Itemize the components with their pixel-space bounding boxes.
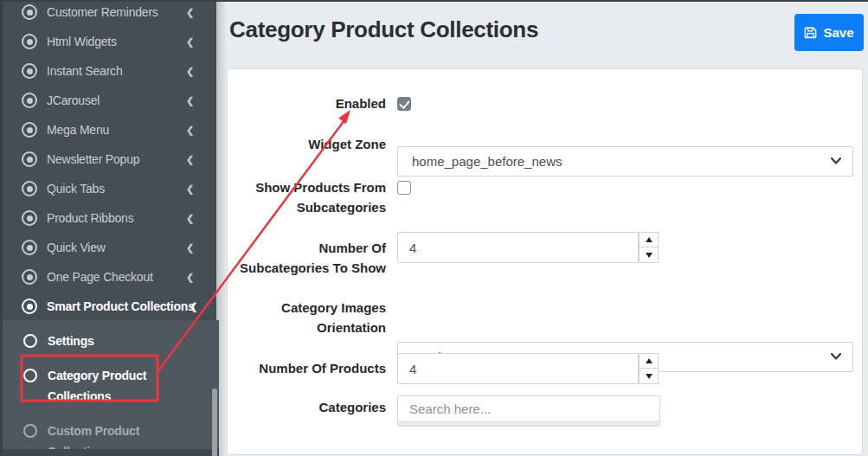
sidebar-item-label: Settings (48, 331, 94, 351)
sidebar-item-label: Smart Product Collections (47, 299, 195, 313)
chevron-left-icon: ❮ (186, 242, 194, 254)
dot-circle-icon (22, 34, 37, 49)
show-products-from-subcategories-label: Show Products From Subcategories (228, 177, 386, 217)
spinner-up-icon (646, 237, 653, 242)
spinner-up-icon (646, 358, 653, 363)
sidebar-item-smart-product-collections[interactable]: Smart Product Collections ❮ (3, 292, 216, 321)
category-images-orientation-label: Category Images Orientation (228, 298, 386, 337)
number-of-subcategories-label: Number Of Subcategories To Show (228, 238, 386, 278)
spinner-up-button[interactable] (639, 232, 659, 247)
sidebar-item-label: Quick Tabs (47, 182, 105, 196)
dot-circle-icon (22, 122, 37, 138)
dot-circle-icon (22, 93, 37, 108)
sidebar-menu: Customer Reminders ❮ Html Widgets ❮ Inst… (3, 0, 216, 321)
number-of-products-label: Number Of Products (228, 358, 386, 378)
save-icon (804, 26, 817, 39)
spinner-down-button[interactable] (639, 369, 659, 384)
sidebar-item-label: Category Product Collections (48, 365, 177, 407)
enabled-label: Enabled (228, 93, 386, 113)
spinner-down-icon (646, 374, 653, 379)
page-title: Category Product Collections (229, 16, 538, 43)
sidebar-item-label: Newsletter Popup (47, 152, 139, 166)
circle-icon (23, 424, 37, 438)
circle-icon (23, 334, 37, 348)
settings-panel: Enabled Widget Zone home_page_before_new… (227, 68, 863, 455)
chevron-left-icon: ❮ (186, 7, 194, 18)
sidebar-item-label: Quick View (47, 241, 106, 254)
circle-icon (23, 369, 37, 382)
sidebar-item-one-page-checkout[interactable]: One Page Checkout ❮ (3, 262, 216, 292)
sidebar-item-instant-search[interactable]: Instant Search ❮ (3, 56, 216, 86)
sidebar-item-customer-reminders[interactable]: Customer Reminders ❮ (3, 0, 216, 27)
sidebar-item-product-ribbons[interactable]: Product Ribbons ❮ (3, 203, 216, 233)
sidebar-item-label: Customer Reminders (47, 5, 158, 19)
save-button[interactable]: Save (794, 14, 864, 51)
sidebar-item-jcarousel[interactable]: JCarousel ❮ (3, 86, 216, 115)
sidebar-item-quick-view[interactable]: Quick View ❮ (3, 233, 216, 262)
dot-circle-icon (22, 240, 37, 255)
main-content: Category Product Collections Save Enable… (216, 2, 868, 456)
chevron-left-icon: ❮ (186, 272, 194, 283)
spinner-down-button[interactable] (639, 247, 659, 263)
sidebar-item-label: Html Widgets (47, 35, 117, 48)
chevron-left-icon: ❮ (186, 154, 194, 165)
sidebar-item-mega-menu[interactable]: Mega Menu ❮ (3, 115, 216, 145)
chevron-left-icon: ❮ (186, 213, 194, 224)
dot-circle-icon (22, 151, 37, 167)
widget-zone-value: home_page_before_news (412, 154, 562, 169)
number-of-subcategories-input[interactable] (397, 232, 639, 263)
chevron-left-icon: ❮ (186, 95, 194, 106)
spinner-down-icon (646, 253, 653, 258)
sidebar-item-settings[interactable]: Settings (3, 324, 219, 358)
sidebar-item-quick-tabs[interactable]: Quick Tabs ❮ (3, 174, 216, 203)
enabled-checkbox[interactable] (397, 97, 411, 111)
widget-zone-select[interactable]: home_page_before_news (397, 146, 853, 177)
dot-circle-icon (22, 63, 37, 79)
number-of-products-input[interactable] (397, 353, 639, 384)
categories-label: Categories (228, 397, 386, 417)
chevron-left-icon: ❮ (186, 183, 194, 195)
sidebar-item-label: Instant Search (47, 64, 122, 78)
chevron-left-icon: ❮ (190, 301, 197, 312)
sidebar-item-label: One Page Checkout (47, 270, 153, 284)
categories-search-input[interactable] (397, 395, 660, 427)
sidebar-bottom-strip (3, 449, 219, 456)
widget-zone-label: Widget Zone (228, 134, 386, 154)
app-window: Customer Reminders ❮ Html Widgets ❮ Inst… (0, 0, 868, 456)
show-products-from-subcategories-checkbox[interactable] (397, 181, 411, 195)
chevron-down-icon (831, 353, 841, 360)
dot-circle-icon (22, 269, 37, 285)
chevron-left-icon: ❮ (186, 66, 194, 77)
sidebar: Customer Reminders ❮ Html Widgets ❮ Inst… (0, 2, 216, 456)
number-of-products-spinner (639, 353, 659, 384)
sidebar-item-category-product-collections[interactable]: Category Product Collections (3, 358, 219, 414)
number-of-subcategories-spinner (639, 232, 659, 263)
spinner-up-button[interactable] (639, 353, 659, 369)
chevron-left-icon: ❮ (186, 36, 194, 48)
sidebar-item-label: Product Ribbons (47, 211, 134, 225)
chevron-left-icon: ❮ (186, 125, 194, 136)
sidebar-item-label: JCarousel (47, 93, 100, 107)
dot-circle-icon (22, 299, 37, 314)
sidebar-submenu: Settings Category Product Collections Cu… (3, 320, 219, 449)
chevron-down-icon (831, 157, 841, 164)
dot-circle-icon (22, 210, 37, 226)
sidebar-item-html-widgets[interactable]: Html Widgets ❮ (3, 27, 216, 56)
dot-circle-icon (22, 4, 37, 20)
sidebar-item-newsletter-popup[interactable]: Newsletter Popup ❮ (3, 145, 216, 174)
sidebar-scrollbar-thumb[interactable] (212, 389, 217, 456)
dot-circle-icon (22, 181, 37, 196)
save-button-label: Save (823, 25, 853, 40)
sidebar-item-label: Mega Menu (47, 123, 109, 137)
